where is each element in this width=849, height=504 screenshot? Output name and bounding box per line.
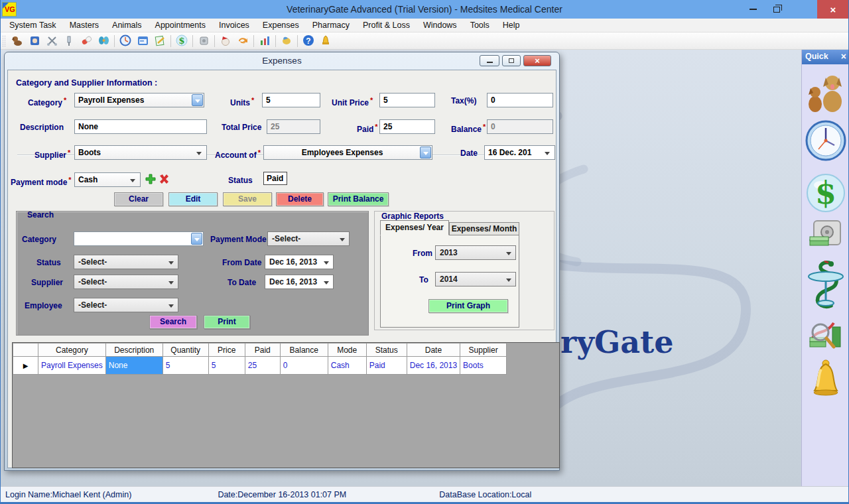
cat-icon[interactable] <box>217 34 234 48</box>
menu-system-task[interactable]: System Task <box>3 19 63 31</box>
search-payment-mode-select[interactable]: -Select- <box>267 231 350 246</box>
grid-col-balance[interactable]: Balance <box>280 344 328 357</box>
grid-col-description[interactable]: Description <box>105 344 163 357</box>
grid-col-status[interactable]: Status <box>366 344 407 357</box>
safe-icon[interactable] <box>802 220 849 253</box>
pill-icon[interactable] <box>78 34 95 48</box>
minimize-button[interactable] <box>743 0 763 19</box>
menu-invoices[interactable]: Invoices <box>212 19 256 31</box>
row-selector-icon[interactable]: ▶ <box>13 357 38 375</box>
cell-status[interactable]: Paid <box>366 357 407 375</box>
cell-paid[interactable]: 25 <box>245 357 280 375</box>
search-category-combobox[interactable] <box>74 231 204 246</box>
chevron-down-icon[interactable] <box>192 94 203 106</box>
edit-button[interactable]: Edit <box>168 192 218 206</box>
dogs-icon[interactable] <box>802 70 849 113</box>
description-input[interactable]: None <box>74 119 207 134</box>
restore-button[interactable] <box>765 0 788 19</box>
dog-icon[interactable] <box>9 34 26 48</box>
toolbar-grip[interactable] <box>2 35 5 47</box>
grid-col-quantity[interactable]: Quantity <box>163 344 208 357</box>
quick-panel-header[interactable]: Quick × <box>802 50 849 64</box>
cell-mode[interactable]: Cash <box>328 357 366 375</box>
clock-icon[interactable] <box>117 34 134 48</box>
search-button[interactable]: Search <box>149 315 197 329</box>
cell-description-selected[interactable]: None <box>105 357 163 375</box>
category-combobox[interactable]: Payroll Expenses <box>74 93 204 107</box>
table-row[interactable]: ▶ Payroll Expenses None 5 5 25 0 Cash Pa… <box>13 357 507 375</box>
report-icon[interactable] <box>802 318 849 355</box>
menu-tools[interactable]: Tools <box>464 19 496 31</box>
tab-expenses-year[interactable]: Expenses/ Year <box>380 220 449 235</box>
clock-icon[interactable] <box>802 120 849 161</box>
cell-date[interactable]: Dec 16, 2013 <box>407 357 460 375</box>
undo-icon[interactable] <box>234 34 251 48</box>
expenses-grid[interactable]: Category Description Quantity Price Paid… <box>12 342 560 468</box>
date-combobox[interactable]: 16 Dec. 201 <box>484 145 555 160</box>
add-payment-mode-icon[interactable] <box>145 173 157 185</box>
print-button[interactable]: Print <box>204 315 250 329</box>
menu-windows[interactable]: Windows <box>417 19 464 31</box>
dollar-icon[interactable]: $ <box>173 34 190 48</box>
cell-category[interactable]: Payroll Expenses <box>38 357 106 375</box>
bird-icon[interactable] <box>278 34 295 48</box>
delete-payment-mode-icon[interactable] <box>158 173 170 185</box>
paid-input[interactable]: 25 <box>379 119 435 134</box>
window-maximize-button[interactable] <box>502 55 521 66</box>
calendar-icon[interactable] <box>134 34 151 48</box>
account-of-combobox[interactable]: Employees Expenses <box>263 145 432 160</box>
cell-quantity[interactable]: 5 <box>163 357 208 375</box>
bell-icon[interactable] <box>317 34 334 48</box>
search-status-select[interactable]: -Select- <box>74 255 178 269</box>
close-button[interactable]: × <box>817 0 849 19</box>
payment-mode-combobox[interactable]: Cash <box>74 172 141 187</box>
quick-close-icon[interactable]: × <box>841 51 846 62</box>
chevron-down-icon[interactable] <box>191 233 202 245</box>
cell-supplier[interactable]: Boots <box>460 357 507 375</box>
supplier-combobox[interactable]: Boots <box>74 145 207 160</box>
menu-masters[interactable]: Masters <box>63 19 105 31</box>
menu-appointments[interactable]: Appointments <box>149 19 212 31</box>
delete-button[interactable]: Delete <box>276 192 324 206</box>
safe-icon[interactable] <box>195 34 212 48</box>
pet-icon[interactable] <box>95 34 112 48</box>
pharmacy-icon[interactable] <box>802 259 849 311</box>
cell-price[interactable]: 5 <box>208 357 245 375</box>
dollar-icon[interactable]: $ <box>802 173 849 213</box>
expenses-window-title[interactable]: Expenses <box>5 52 559 70</box>
save-button[interactable]: Save <box>223 192 272 206</box>
invoice-icon[interactable] <box>151 34 168 48</box>
chart-icon[interactable] <box>256 34 273 48</box>
graph-to-select[interactable]: 2014 <box>435 272 516 286</box>
menu-pharmacy[interactable]: Pharmacy <box>306 19 356 31</box>
grid-col-paid[interactable]: Paid <box>245 344 280 357</box>
search-supplier-select[interactable]: -Select- <box>74 275 178 289</box>
tab-expenses-month[interactable]: Expenses/ Month <box>449 222 519 235</box>
tax-input[interactable]: 0 <box>487 93 553 107</box>
grid-col-supplier[interactable]: Supplier <box>460 344 507 357</box>
chevron-down-icon[interactable] <box>420 147 431 158</box>
print-balance-button[interactable]: Print Balance <box>328 192 389 206</box>
unit-price-input[interactable]: 5 <box>379 93 435 107</box>
menu-help[interactable]: Help <box>496 19 527 31</box>
menu-profit-loss[interactable]: Profit & Loss <box>356 19 417 31</box>
syringe-icon[interactable] <box>60 34 78 48</box>
clear-button[interactable]: Clear <box>114 192 163 206</box>
book-icon[interactable] <box>26 34 43 48</box>
graph-from-select[interactable]: 2013 <box>435 245 516 260</box>
print-graph-button[interactable]: Print Graph <box>428 299 508 313</box>
cell-balance[interactable]: 0 <box>280 357 328 375</box>
grid-col-price[interactable]: Price <box>208 344 245 357</box>
to-date-picker[interactable]: Dec 16, 2013 <box>265 275 334 289</box>
units-input[interactable]: 5 <box>262 93 320 107</box>
grid-col-date[interactable]: Date <box>407 344 460 357</box>
menu-animals[interactable]: Animals <box>105 19 148 31</box>
scissors-icon[interactable] <box>43 34 60 48</box>
menu-expenses[interactable]: Expenses <box>256 19 306 31</box>
from-date-picker[interactable]: Dec 16, 2013 <box>265 255 334 269</box>
grid-col-category[interactable]: Category <box>38 344 106 357</box>
bell-icon[interactable] <box>802 359 849 400</box>
help-icon[interactable]: ? <box>300 34 317 48</box>
grid-col-mode[interactable]: Mode <box>328 344 366 357</box>
window-minimize-button[interactable] <box>480 55 499 66</box>
